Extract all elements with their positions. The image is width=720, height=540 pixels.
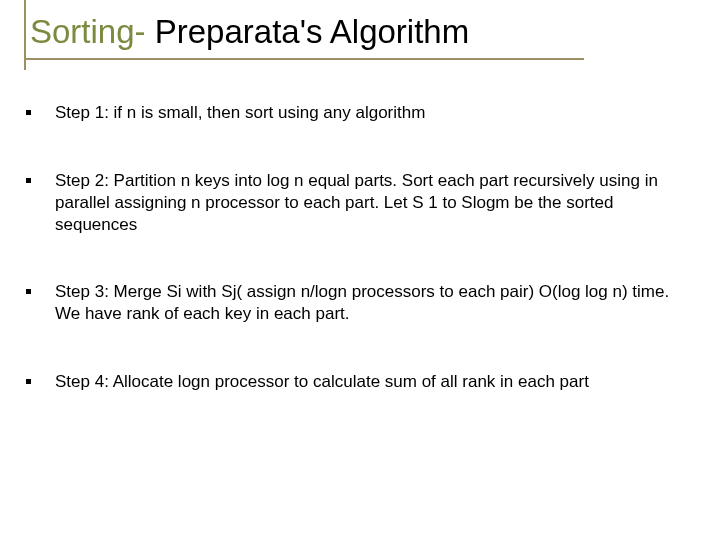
bullet-icon: [26, 379, 31, 384]
title-accent-horizontal: [24, 58, 584, 60]
bullet-list: Step 1: if n is small, then sort using a…: [24, 102, 696, 392]
list-item-text: Step 1: if n is small, then sort using a…: [55, 102, 425, 124]
list-item-text: Step 4: Allocate logn processor to calcu…: [55, 371, 589, 393]
bullet-icon: [26, 178, 31, 183]
bullet-icon: [26, 289, 31, 294]
list-item-text: Step 3: Merge Si with Sj( assign n/logn …: [55, 281, 686, 325]
slide-title: Sorting- Preparata's Algorithm: [30, 14, 696, 50]
list-item: Step 1: if n is small, then sort using a…: [26, 102, 686, 124]
bullet-icon: [26, 110, 31, 115]
list-item: Step 4: Allocate logn processor to calcu…: [26, 371, 686, 393]
list-item: Step 3: Merge Si with Sj( assign n/logn …: [26, 281, 686, 325]
list-item-text: Step 2: Partition n keys into log n equa…: [55, 170, 686, 235]
slide: Sorting- Preparata's Algorithm Step 1: i…: [0, 0, 720, 540]
title-container: Sorting- Preparata's Algorithm: [24, 14, 696, 60]
title-accent-text: Sorting-: [30, 13, 146, 50]
list-item: Step 2: Partition n keys into log n equa…: [26, 170, 686, 235]
title-rest-text: Preparata's Algorithm: [146, 13, 470, 50]
